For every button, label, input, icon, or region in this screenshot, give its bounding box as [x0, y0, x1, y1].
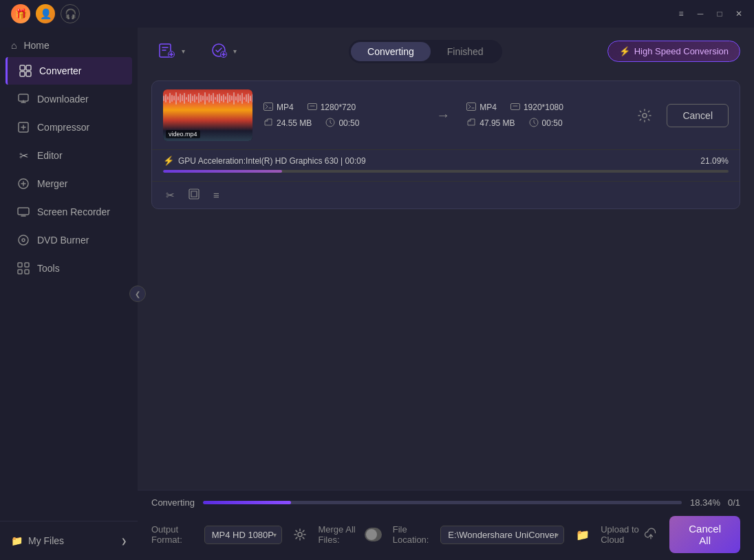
add-format-button[interactable]: ▾: [203, 37, 244, 65]
file-location-select[interactable]: E:\Wondershare UniConverter 1: [440, 526, 564, 544]
bottom-controls: Output Format: MP4 HD 1080P ▾ Merge All …: [138, 512, 754, 560]
converting-label: Converting: [151, 497, 195, 508]
gpu-bolt-icon: ⚡: [163, 155, 174, 166]
high-speed-label: High Speed Conversion: [634, 46, 729, 56]
high-speed-button[interactable]: ⚡ High Speed Conversion: [607, 41, 740, 62]
sidebar-item-screen-recorder[interactable]: Screen Recorder: [6, 198, 132, 226]
cancel-all-button[interactable]: Cancel All: [669, 516, 740, 553]
more-options-icon[interactable]: ≡: [211, 186, 222, 204]
my-files-item[interactable]: 📁 My Files ❯: [0, 528, 138, 553]
downloader-icon: [17, 92, 30, 106]
cut-icon[interactable]: ✂: [163, 186, 177, 204]
bottom-bar: Converting 18.34% 0/1 Output Format: MP4…: [138, 490, 754, 560]
add-file-caret-icon: ▾: [182, 47, 185, 55]
svg-rect-26: [189, 189, 199, 199]
gift-icon[interactable]: 🎁: [11, 4, 30, 23]
progress-stats: 18.34% 0/1: [690, 497, 740, 508]
file-settings-button[interactable]: [634, 105, 656, 127]
crop-icon[interactable]: [186, 186, 202, 204]
source-format-icon: [263, 103, 273, 112]
cancel-button[interactable]: Cancel: [667, 104, 729, 127]
source-info: MP4 1280*720: [263, 103, 420, 129]
sidebar-converter-label: Converter: [39, 65, 81, 76]
merge-label: Merge All Files:: [318, 524, 359, 545]
sidebar-collapse-button[interactable]: ❮: [129, 286, 146, 302]
svg-rect-22: [467, 103, 476, 110]
minimize-button[interactable]: ─: [691, 4, 710, 23]
sidebar-item-converter[interactable]: Converter: [6, 57, 132, 85]
sidebar-item-tools[interactable]: Tools: [6, 255, 132, 282]
add-format-icon: [210, 41, 228, 61]
file-card: video.mp4: [151, 80, 740, 209]
file-location-label: File Location:: [393, 524, 430, 545]
merge-toggle[interactable]: [365, 528, 381, 541]
home-icon: ⌂: [11, 40, 17, 51]
cloud-icon: [643, 528, 658, 542]
dest-size: 47.95 MB: [466, 118, 515, 128]
dest-duration: 00:50: [529, 118, 563, 129]
screen-recorder-icon: [17, 205, 30, 219]
file-location-wrapper: E:\Wondershare UniConverter 1 ▾: [440, 526, 564, 544]
svg-rect-12: [18, 270, 22, 274]
svg-point-9: [22, 239, 25, 241]
sidebar-item-merger[interactable]: Merger: [6, 170, 132, 197]
dest-format: MP4: [466, 103, 497, 112]
sidebar-compressor-label: Compressor: [37, 122, 89, 133]
sidebar-item-downloader[interactable]: Downloader: [6, 85, 132, 113]
file-progress: ⚡ GPU Acceleration:Intel(R) HD Graphics …: [152, 149, 740, 181]
editor-icon: ✂: [17, 149, 30, 162]
svg-rect-3: [26, 72, 31, 76]
sidebar-editor-label: Editor: [37, 150, 63, 161]
sidebar-tools-label: Tools: [37, 263, 60, 274]
svg-rect-23: [510, 103, 519, 109]
arrow-icon: →: [436, 107, 450, 123]
progress-bar-fill: [163, 170, 282, 173]
maximize-button[interactable]: □: [710, 4, 729, 23]
source-duration-icon: [325, 118, 335, 129]
svg-point-25: [643, 114, 647, 118]
dest-duration-icon: [529, 118, 539, 129]
add-file-button[interactable]: ▾: [151, 37, 192, 65]
browse-folder-button[interactable]: 📁: [575, 524, 590, 545]
source-size-icon: [263, 118, 273, 128]
output-format-wrapper: MP4 HD 1080P ▾: [204, 526, 282, 544]
tools-icon: [17, 261, 30, 275]
user-icon[interactable]: 👤: [36, 4, 55, 23]
headphone-icon[interactable]: 🎧: [61, 4, 80, 23]
tab-converting[interactable]: Converting: [351, 42, 431, 61]
sidebar-item-home[interactable]: ⌂ Home: [0, 34, 138, 56]
output-format-label: Output Format:: [151, 524, 193, 545]
close-button[interactable]: ✕: [729, 4, 748, 23]
compressor-icon: [17, 120, 30, 134]
source-resolution: 1280*720: [308, 103, 356, 112]
sidebar-downloader-label: Downloader: [37, 94, 89, 105]
upload-cloud-label: Upload to Cloud: [601, 524, 639, 545]
tab-finished[interactable]: Finished: [431, 42, 500, 61]
svg-rect-11: [25, 263, 29, 267]
output-settings-button[interactable]: [293, 524, 308, 545]
my-files-icon: 📁: [11, 535, 23, 546]
output-format-select[interactable]: MP4 HD 1080P: [204, 526, 282, 544]
sidebar-item-dvd-burner[interactable]: DVD Burner: [6, 226, 132, 254]
dest-format-icon: [466, 103, 476, 112]
converting-progress-row: Converting 18.34% 0/1: [138, 491, 754, 512]
dvd-burner-icon: [17, 233, 30, 247]
overall-progress-fill: [203, 501, 291, 504]
svg-rect-0: [20, 65, 25, 70]
svg-rect-1: [26, 65, 31, 70]
content-area: video.mp4: [138, 74, 754, 490]
gpu-text: GPU Acceleration:Intel(R) HD Graphics 63…: [178, 156, 366, 166]
progress-percentage: 21.09%: [700, 156, 729, 166]
menu-button[interactable]: ≡: [671, 4, 691, 23]
tab-switcher: Converting Finished: [349, 40, 502, 63]
source-duration: 00:50: [325, 118, 359, 129]
thumbnail-label: video.mp4: [166, 130, 200, 138]
my-files-arrow-icon: ❯: [121, 537, 127, 545]
sidebar-item-compressor[interactable]: Compressor: [6, 114, 132, 141]
svg-rect-20: [308, 103, 316, 109]
add-format-caret-icon: ▾: [233, 47, 237, 55]
svg-rect-2: [20, 72, 25, 76]
upload-cloud-button[interactable]: Upload to Cloud: [601, 524, 658, 545]
dest-resolution-icon: [510, 103, 520, 112]
sidebar-item-editor[interactable]: ✂ Editor: [6, 142, 132, 169]
